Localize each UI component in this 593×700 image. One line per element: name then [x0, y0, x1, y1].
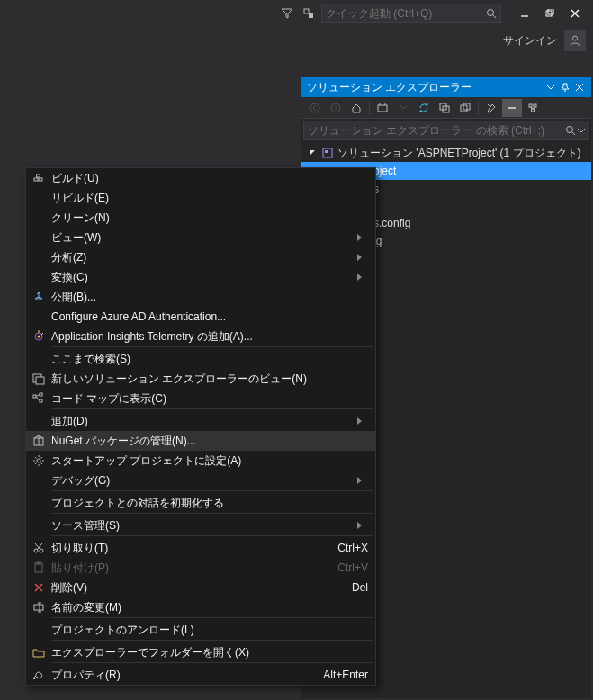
chevron-right-icon — [357, 522, 368, 529]
menu-item-label: 削除(V) — [51, 580, 352, 596]
view-class-icon[interactable] — [523, 99, 543, 117]
menu-item[interactable]: 分析(Z) — [26, 247, 375, 267]
cut-icon — [26, 542, 51, 554]
back-icon[interactable] — [305, 99, 325, 117]
svg-line-46 — [36, 397, 40, 401]
menu-item[interactable]: コード マップに表示(C) — [26, 389, 375, 408]
dropdown-icon[interactable] — [544, 81, 557, 94]
menu-item[interactable]: 変換(C) — [26, 267, 375, 287]
menu-item[interactable]: 新しいソリューション エクスプローラーのビュー(N) — [26, 369, 375, 389]
solution-search[interactable] — [303, 121, 589, 140]
rename-icon — [26, 601, 51, 614]
wrench-icon — [26, 669, 51, 681]
user-icon[interactable] — [564, 30, 586, 51]
menu-shortcut: Alt+Enter — [323, 669, 368, 681]
menu-item[interactable]: クリーン(N) — [26, 208, 375, 228]
svg-rect-42 — [33, 395, 36, 398]
minimize-button[interactable] — [512, 4, 537, 22]
menu-item[interactable]: スタートアップ プロジェクトに設定(A) — [26, 451, 375, 471]
pending-changes-icon[interactable] — [393, 99, 413, 117]
solution-toolbar — [301, 97, 591, 119]
menu-shortcut: Ctrl+V — [337, 561, 368, 574]
close-button[interactable] — [562, 4, 588, 22]
svg-rect-0 — [304, 9, 309, 13]
svg-rect-5 — [546, 11, 552, 16]
svg-rect-25 — [532, 109, 535, 112]
menu-item[interactable]: Configure Azure AD Authentication... — [26, 307, 375, 327]
menu-item-label: ソース管理(S) — [51, 518, 357, 534]
chevron-right-icon — [357, 254, 368, 261]
search-icon[interactable] — [565, 125, 576, 136]
menu-item[interactable]: ここまで検索(S) — [26, 349, 375, 369]
chevron-right-icon — [357, 417, 368, 425]
menu-item-label: 変換(C) — [51, 270, 357, 285]
solution-root[interactable]: ソリューション 'ASPNETProject' (1 プロジェクト) — [301, 144, 591, 162]
menu-item[interactable]: ビュー(W) — [26, 228, 375, 247]
menu-item[interactable]: 名前の変更(M) — [26, 597, 375, 617]
sync-icon[interactable] — [414, 99, 434, 117]
svg-rect-41 — [36, 377, 44, 384]
expander-icon[interactable] — [307, 148, 318, 158]
solution-filter-icon[interactable] — [373, 99, 392, 117]
maximize-button[interactable] — [537, 4, 562, 22]
menu-item-label: リビルド(E) — [51, 191, 368, 206]
menu-item[interactable]: 削除(V)Del — [26, 578, 375, 597]
menu-item-label: Application Insights Telemetry の追加(A)... — [51, 329, 368, 345]
quick-launch-input[interactable] — [326, 7, 486, 20]
chevron-right-icon — [357, 477, 368, 484]
menu-item-label: Configure Azure AD Authentication... — [51, 310, 368, 323]
chevron-down-icon[interactable] — [578, 127, 585, 134]
publish-icon — [26, 291, 51, 303]
menu-item-label: 貼り付け(P) — [51, 561, 337, 576]
svg-point-13 — [331, 103, 340, 112]
menu-item[interactable]: ビルド(U) — [26, 168, 375, 188]
svg-line-3 — [493, 15, 496, 18]
menu-item-label: 分析(Z) — [51, 250, 357, 265]
svg-rect-23 — [529, 104, 532, 107]
gear-icon — [26, 454, 51, 467]
menu-item-label: スタートアップ プロジェクトに設定(A) — [51, 453, 368, 469]
pin-icon[interactable] — [559, 81, 571, 94]
collapse-all-icon[interactable] — [435, 99, 454, 117]
menu-item[interactable]: Application Insights Telemetry の追加(A)... — [26, 327, 375, 346]
notifications-icon[interactable] — [300, 4, 318, 22]
menu-item[interactable]: エクスプローラーでフォルダーを開く(X) — [26, 642, 375, 662]
forward-icon[interactable] — [326, 99, 346, 117]
menu-item[interactable]: 公開(B)... — [26, 287, 375, 307]
solution-search-input[interactable] — [308, 124, 565, 137]
menu-item[interactable]: デバッグ(G) — [26, 471, 375, 490]
quick-launch[interactable] — [321, 4, 501, 23]
filter-icon[interactable] — [278, 4, 296, 22]
home-icon[interactable] — [346, 99, 366, 117]
menu-item[interactable]: プロパティ(R)Alt+Enter — [26, 665, 375, 685]
svg-rect-44 — [40, 399, 42, 402]
menu-item[interactable]: NuGet パッケージの管理(N)... — [26, 431, 375, 451]
menu-item-label: コード マップに表示(C) — [51, 391, 368, 407]
svg-line-21 — [488, 104, 490, 107]
menu-item-label: ビルド(U) — [51, 171, 368, 186]
menu-item[interactable]: リビルド(E) — [26, 188, 375, 208]
menu-item[interactable]: プロジェクトのアンロード(L) — [26, 620, 375, 640]
svg-rect-43 — [40, 393, 42, 396]
svg-rect-31 — [325, 150, 328, 153]
newview-icon — [26, 372, 51, 385]
menu-item-label: 切り取り(T) — [51, 541, 337, 556]
build-icon — [26, 172, 51, 184]
svg-rect-58 — [34, 605, 43, 610]
menu-item-label: エクスプローラーでフォルダーを開く(X) — [51, 645, 368, 660]
svg-line-39 — [41, 333, 43, 335]
close-panel-icon[interactable] — [573, 81, 586, 94]
svg-line-29 — [572, 132, 575, 135]
menu-item[interactable]: プロジェクトとの対話を初期化する — [26, 493, 375, 513]
menu-item[interactable]: 切り取り(T)Ctrl+X — [26, 538, 375, 558]
signin-link[interactable]: サインイン — [503, 33, 557, 49]
preview-icon[interactable] — [502, 99, 522, 117]
solution-explorer-header[interactable]: ソリューション エクスプローラー — [301, 77, 591, 97]
properties-icon[interactable] — [481, 99, 501, 117]
svg-point-12 — [310, 103, 319, 112]
show-all-icon[interactable] — [455, 99, 475, 117]
menu-item[interactable]: ソース管理(S) — [26, 516, 375, 535]
svg-rect-14 — [378, 105, 387, 112]
menu-item[interactable]: 追加(D) — [26, 411, 375, 431]
search-icon[interactable] — [486, 8, 497, 19]
